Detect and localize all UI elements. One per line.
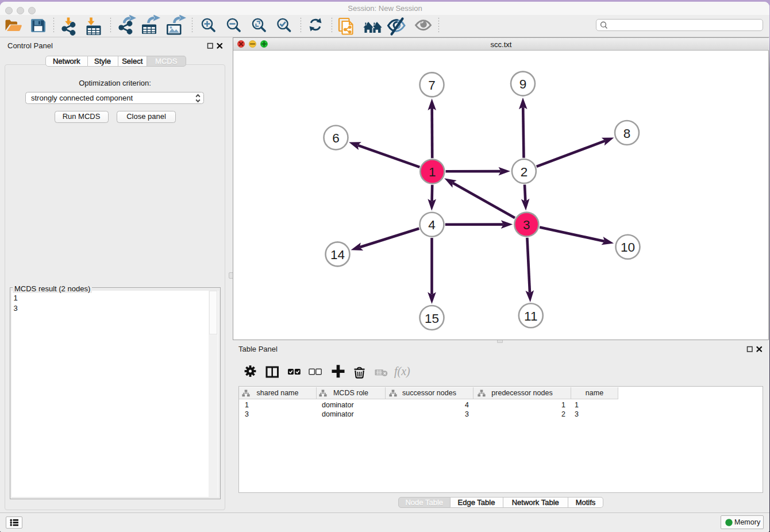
svg-text:7: 7: [428, 78, 436, 92]
svg-text:1: 1: [429, 165, 436, 179]
svg-text:2: 2: [520, 165, 528, 179]
svg-text:10: 10: [620, 240, 634, 255]
svg-text:f(x): f(x): [394, 365, 410, 378]
svg-text:11: 11: [524, 309, 537, 323]
svg-text:14: 14: [330, 248, 344, 262]
svg-text:15: 15: [424, 311, 438, 326]
svg-text:3: 3: [523, 218, 530, 232]
svg-text:8: 8: [623, 126, 630, 141]
svg-text:9: 9: [519, 77, 526, 91]
svg-text:6: 6: [332, 131, 340, 145]
svg-text:4: 4: [428, 218, 436, 232]
